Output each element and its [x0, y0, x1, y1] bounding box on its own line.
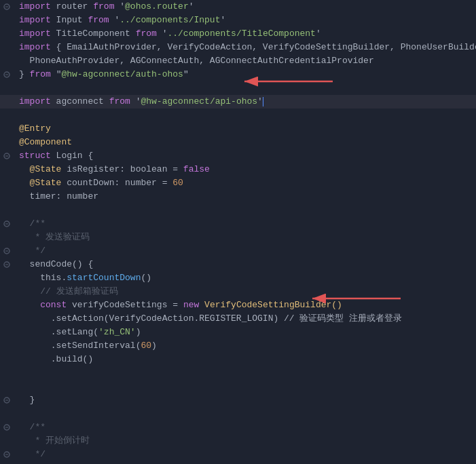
token-plain: .setAction(VerifyCodeAction.REGISTER_LOG…: [19, 313, 402, 324]
token-comment: */: [19, 246, 45, 256]
code-line: }: [0, 393, 476, 407]
code-line: .setAction(VerifyCodeAction.REGISTER_LOG…: [0, 312, 476, 326]
line-gutter[interactable]: [0, 423, 14, 431]
line-text: * 开始倒计时: [14, 434, 476, 448]
code-line: [0, 380, 476, 393]
token-comment: */: [19, 449, 45, 459]
code-line: this.startCountDown(): [0, 271, 476, 285]
token-kw: const: [40, 300, 67, 310]
token-plain: Login {: [51, 151, 93, 161]
token-kw: import: [19, 1, 51, 12]
line-text: } from "@hw-agconnect/auth-ohos": [14, 68, 476, 81]
token-number: 60: [172, 178, 183, 188]
token-kw: struct: [19, 151, 51, 161]
token-plain: .build(): [19, 354, 93, 364]
token-plain: ': [109, 15, 120, 25]
line-text: timer: number: [14, 190, 476, 204]
code-line: } from "@hw-agconnect/auth-ohos": [0, 68, 476, 81]
token-plain: PhoneAuthProvider, AGConnectAuth, AGConn…: [19, 56, 374, 66]
line-gutter[interactable]: [0, 247, 14, 255]
token-str: @hw-agconnect/api-ohos: [141, 96, 257, 107]
token-str: ../components/Input: [120, 15, 220, 25]
token-plain: this: [19, 273, 61, 283]
token-method: startCountDown: [67, 273, 141, 283]
token-str: ../components/TitleComponent: [167, 28, 315, 39]
token-kw: false: [183, 164, 210, 174]
token-plain: }: [19, 69, 30, 79]
code-line: import TitleComponent from '../component…: [0, 27, 476, 41]
code-line: @State isRegister: boolean = false: [0, 163, 476, 176]
token-kw: import: [19, 42, 51, 52]
code-line: /**: [0, 217, 476, 231]
line-gutter[interactable]: [0, 152, 14, 160]
text-cursor: [263, 97, 263, 107]
token-plain: ): [151, 341, 157, 351]
code-line: */: [0, 244, 476, 258]
code-line: .setSendInterval(60): [0, 339, 476, 353]
line-text: /**: [14, 421, 476, 434]
line-text: .setLang('zh_CN'): [14, 326, 476, 339]
code-line: import agconnect from '@hw-agconnect/api…: [0, 95, 476, 109]
token-plain: ": [183, 69, 189, 79]
token-str: @ohos.router: [125, 1, 189, 12]
line-gutter[interactable]: [0, 3, 14, 11]
line-text: @Component: [14, 136, 476, 149]
line-text: /**: [14, 217, 476, 231]
token-plain: }: [19, 395, 35, 405]
line-text: .setSendInterval(60): [14, 339, 476, 353]
code-editor: import router from '@ohos.router'import …: [0, 0, 476, 464]
code-line: .build(): [0, 353, 476, 366]
token-plain: (): [141, 273, 151, 283]
line-text: .build(): [14, 353, 476, 366]
code-line: // 发送邮箱验证码: [0, 285, 476, 298]
line-text: sendCode() {: [14, 258, 476, 271]
token-decorator: @Entry: [19, 123, 51, 134]
code-line: PhoneAuthProvider, AGConnectAuth, AGConn…: [0, 54, 476, 68]
line-text: // 发送邮箱验证码: [14, 285, 476, 298]
token-kw: import: [19, 15, 51, 25]
code-line: [0, 407, 476, 421]
token-plain: sendCode() {: [19, 259, 93, 269]
code-line: .setLang('zh_CN'): [0, 326, 476, 339]
line-text: import agconnect from '@hw-agconnect/api…: [14, 95, 476, 109]
token-kw: from: [88, 15, 109, 25]
line-text: import { EmailAuthProvider, VerifyCodeAc…: [14, 41, 476, 54]
token-plain: ): [136, 327, 141, 337]
line-gutter[interactable]: [0, 220, 14, 228]
line-text: PhoneAuthProvider, AGConnectAuth, AGConn…: [14, 54, 476, 68]
line-gutter[interactable]: [0, 396, 14, 404]
token-plain: ': [316, 28, 321, 39]
token-kw: from: [109, 96, 130, 107]
token-kw: from: [136, 28, 157, 39]
line-text: startCountDown() {: [14, 461, 476, 464]
line-text: @State isRegister: boolean = false: [14, 163, 476, 176]
token-plain: { EmailAuthProvider, VerifyCodeAction, V…: [51, 42, 476, 52]
token-comment: * 开始倒计时: [19, 436, 90, 446]
token-kw: new: [183, 300, 199, 310]
line-gutter[interactable]: [0, 71, 14, 79]
token-plain: ': [114, 1, 125, 12]
line-gutter[interactable]: [0, 450, 14, 459]
token-kw: import: [19, 28, 51, 39]
token-plain: Input: [51, 15, 88, 25]
token-str: 'zh_CN': [98, 327, 136, 337]
token-class-name: VerifyCodeSettingBuilder(): [199, 300, 342, 310]
line-text: import Input from '../components/Input': [14, 14, 476, 27]
line-text: struct Login {: [14, 149, 476, 163]
token-decorator: @State: [19, 178, 61, 188]
code-line: timer: number: [0, 190, 476, 204]
token-plain: ': [157, 28, 168, 39]
token-plain: ': [189, 1, 194, 12]
token-kw: from: [30, 69, 51, 79]
token-comment: // 发送邮箱验证码: [19, 286, 118, 296]
token-plain: isRegister: boolean =: [61, 164, 183, 174]
token-plain: TitleComponent: [51, 28, 136, 39]
code-line: [0, 81, 476, 95]
code-line: const verifyCodeSettings = new VerifyCod…: [0, 298, 476, 312]
code-line: @Entry: [0, 122, 476, 136]
code-line: * 开始倒计时: [0, 434, 476, 448]
line-gutter[interactable]: [0, 260, 14, 269]
line-text: import router from '@ohos.router': [14, 0, 476, 14]
line-text: .setAction(VerifyCodeAction.REGISTER_LOG…: [14, 312, 476, 326]
code-line: sendCode() {: [0, 258, 476, 271]
